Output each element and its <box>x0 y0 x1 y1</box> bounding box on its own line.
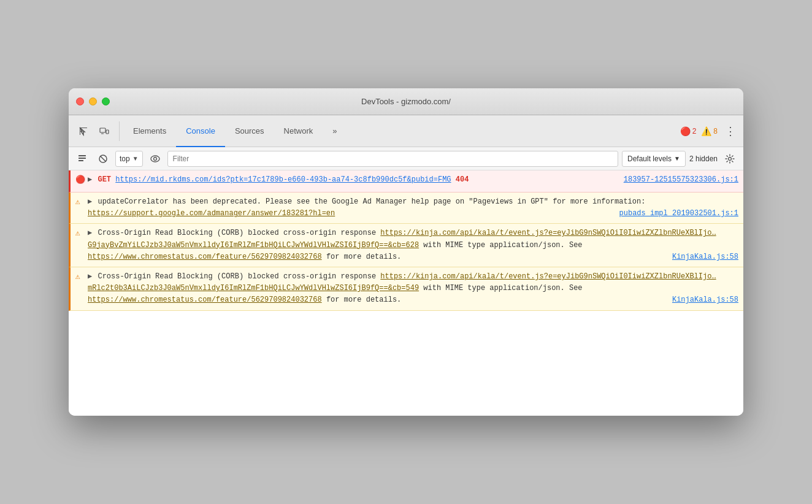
warn-icon-1: ⚠ <box>75 196 88 207</box>
console-row-warn-3: ⚠ ▶ Cross-Origin Read Blocking (CORB) bl… <box>69 267 743 311</box>
tab-network[interactable]: Network <box>274 116 323 147</box>
error-circle-icon: 🔴 <box>680 126 691 136</box>
warn-2-text-3: for more details. <box>326 253 401 261</box>
context-selector[interactable]: top ▼ <box>115 151 143 167</box>
error-badge[interactable]: 🔴 2 <box>680 126 697 136</box>
http-method-1: GET <box>98 175 111 184</box>
more-options-button[interactable]: ⋮ <box>722 122 738 140</box>
svg-rect-1 <box>106 130 109 134</box>
svg-rect-4 <box>79 158 86 159</box>
warn-3-text-3: for more details. <box>326 296 401 304</box>
warn-3-url-2[interactable]: https://www.chromestatus.com/feature/562… <box>88 296 322 304</box>
warn-icon-2: ⚠ <box>75 227 88 238</box>
warn-triangle-icon: ⚠️ <box>701 126 711 136</box>
warn-1-url[interactable]: https://support.google.com/admanager/ans… <box>88 209 335 218</box>
tab-list: Elements Console Sources Network » <box>123 115 680 147</box>
warn-1-source[interactable]: pubads_impl_2019032501.js:1 <box>619 208 738 220</box>
eye-icon[interactable] <box>147 150 164 167</box>
expand-arrow-3[interactable]: ▶ <box>88 229 92 237</box>
close-button[interactable] <box>76 97 84 105</box>
filter-input[interactable] <box>167 151 618 167</box>
devtools-tabbar: Elements Console Sources Network » 🔴 2 ⚠… <box>69 115 743 147</box>
warn-3-source[interactable]: KinjaKala.js:58 <box>672 294 738 306</box>
warn-1-content: ▶ updateCorrelator has been deprecated. … <box>88 196 738 220</box>
inspect-element-icon[interactable] <box>74 121 93 141</box>
tab-elements[interactable]: Elements <box>123 116 176 147</box>
tab-sources[interactable]: Sources <box>225 116 274 147</box>
warn-2-content: ▶ Cross-Origin Read Blocking (CORB) bloc… <box>88 227 738 263</box>
expand-arrow-1[interactable]: ▶ <box>88 175 92 184</box>
svg-line-7 <box>101 156 106 161</box>
console-row-warn-1: ⚠ ▶ updateCorrelator has been deprecated… <box>69 193 743 224</box>
levels-label: Default levels <box>627 155 672 163</box>
error-1-url[interactable]: https://mid.rkdms.com/ids?ptk=17c1789b-e… <box>115 175 451 184</box>
maximize-button[interactable] <box>102 97 110 105</box>
svg-point-9 <box>153 157 156 160</box>
context-label: top <box>120 155 130 163</box>
warn-2-url-2[interactable]: https://www.chromestatus.com/feature/562… <box>88 253 322 261</box>
warn-1-text: updateCorrelator has been deprecated. Pl… <box>98 197 645 206</box>
error-1-content: ▶ GET https://mid.rkdms.com/ids?ptk=17c1… <box>88 174 738 186</box>
expand-arrow-2[interactable]: ▶ <box>88 197 92 206</box>
error-icon-1: 🔴 <box>75 174 88 185</box>
svg-rect-0 <box>100 128 105 132</box>
warn-2-text-1: Cross-Origin Read Blocking (CORB) blocke… <box>98 229 380 237</box>
console-settings-button[interactable] <box>721 150 738 167</box>
traffic-lights <box>76 97 110 105</box>
warn-badge[interactable]: ⚠️ 8 <box>701 126 718 136</box>
console-output: 🔴 ▶ GET https://mid.rkdms.com/ids?ptk=17… <box>69 170 743 416</box>
tab-console[interactable]: Console <box>176 116 225 147</box>
console-row-error-1: 🔴 ▶ GET https://mid.rkdms.com/ids?ptk=17… <box>69 170 743 193</box>
context-dropdown-arrow: ▼ <box>132 155 139 162</box>
warn-3-text-1: Cross-Origin Read Blocking (CORB) blocke… <box>98 272 380 281</box>
svg-rect-3 <box>79 155 86 156</box>
svg-point-8 <box>151 156 159 162</box>
console-toolbar: top ▼ Default levels ▼ 2 hidden <box>69 147 743 170</box>
warn-2-source[interactable]: KinjaKala.js:58 <box>672 251 738 263</box>
svg-rect-5 <box>79 160 83 161</box>
warn-2-text-2: with MIME type application/json. See <box>423 241 582 250</box>
console-row-warn-2: ⚠ ▶ Cross-Origin Read Blocking (CORB) bl… <box>69 224 743 267</box>
block-icon[interactable] <box>94 150 112 167</box>
tab-badges: 🔴 2 ⚠️ 8 ⋮ <box>680 122 738 140</box>
clear-console-button[interactable] <box>74 150 91 167</box>
minimize-button[interactable] <box>89 97 97 105</box>
error-count: 2 <box>692 127 697 136</box>
error-1-source[interactable]: 183957-12515575323306.js:1 <box>624 174 738 186</box>
log-levels-button[interactable]: Default levels ▼ <box>622 151 686 167</box>
warn-3-text-2: with MIME type application/json. See <box>423 284 582 292</box>
hidden-count-label: 2 hidden <box>689 155 718 163</box>
levels-arrow-icon: ▼ <box>674 155 680 162</box>
devtools-window: DevTools - gizmodo.com/ Elements Console… <box>69 88 743 416</box>
device-toolbar-icon[interactable] <box>94 121 114 141</box>
tab-more[interactable]: » <box>323 116 347 147</box>
tab-divider <box>119 121 120 141</box>
warn-count: 8 <box>713 127 718 136</box>
window-title: DevTools - gizmodo.com/ <box>361 97 451 106</box>
expand-arrow-4[interactable]: ▶ <box>88 272 92 281</box>
warn-icon-3: ⚠ <box>75 271 88 281</box>
warn-3-content: ▶ Cross-Origin Read Blocking (CORB) bloc… <box>88 271 738 307</box>
titlebar: DevTools - gizmodo.com/ <box>69 88 743 115</box>
svg-point-10 <box>729 157 732 160</box>
error-1-code: 404 <box>456 175 469 184</box>
